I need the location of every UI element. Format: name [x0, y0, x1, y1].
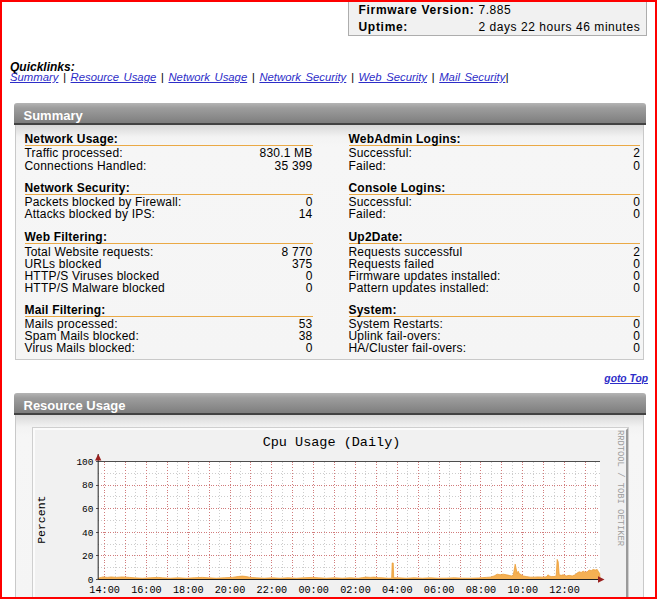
svg-text:60: 60: [82, 504, 94, 515]
svg-text:04:00: 04:00: [382, 585, 413, 596]
svg-text:22:00: 22:00: [257, 585, 288, 596]
svg-text:100: 100: [76, 457, 93, 468]
svg-text:08:00: 08:00: [466, 585, 497, 596]
svg-text:Cpu Usage (Daily): Cpu Usage (Daily): [263, 435, 401, 450]
svg-text:80: 80: [82, 480, 94, 491]
svg-text:20: 20: [82, 551, 94, 562]
svg-text:40: 40: [82, 528, 94, 539]
svg-text:10:00: 10:00: [507, 585, 538, 596]
svg-text:RRDTOOL / TOBI OETIKER: RRDTOOL / TOBI OETIKER: [615, 430, 625, 547]
svg-text:20:00: 20:00: [215, 585, 246, 596]
svg-text:18:00: 18:00: [173, 585, 204, 596]
svg-text:06:00: 06:00: [424, 585, 455, 596]
svg-text:16:00: 16:00: [131, 585, 162, 596]
svg-text:00:00: 00:00: [298, 585, 329, 596]
svg-text:12:00: 12:00: [549, 585, 580, 596]
svg-text:14:00: 14:00: [89, 585, 120, 596]
svg-text:Percent: Percent: [35, 496, 48, 544]
svg-text:02:00: 02:00: [340, 585, 371, 596]
